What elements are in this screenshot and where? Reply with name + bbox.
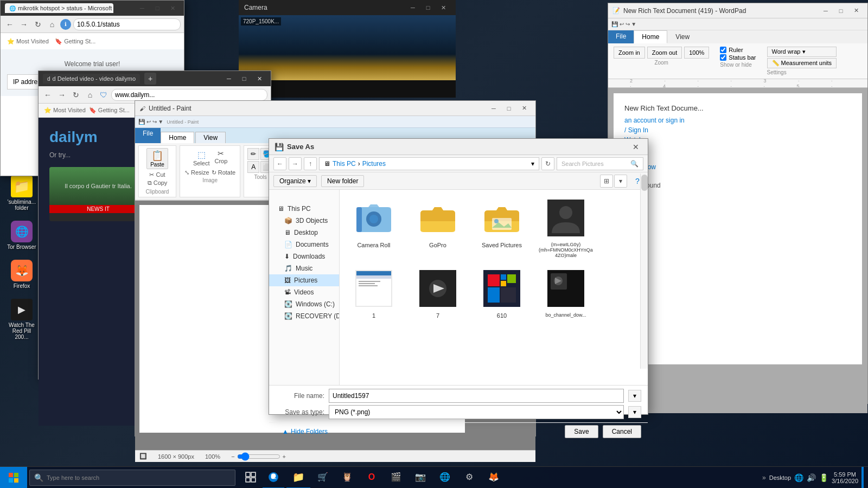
taskbar-app-tripadvisor[interactable]: 🦉 [335,467,359,489]
paint-maximize[interactable]: □ [502,103,516,114]
hide-folders-btn[interactable]: ▲ Hide Folders [276,426,334,438]
wordpad-ruler-check[interactable] [720,47,726,53]
browser2-minimize[interactable]: ─ [222,73,236,84]
taskbar-app-opera[interactable]: O [360,467,384,489]
rotate-btn[interactable]: ↻ Rotate [212,169,235,176]
file-item-saved-pictures[interactable]: Saved Pictures [472,194,532,260]
taskbar-clock[interactable]: 5:59 PM 3/16/2020 [832,471,858,484]
desktop-icon-firefox[interactable]: 🦊 Firefox [3,258,41,291]
savetype-dropdown[interactable]: ▾ [628,406,641,418]
cut-btn[interactable]: ✂ Cut [149,171,165,178]
wordpad-close[interactable]: ✕ [849,5,863,16]
browser1-maximize[interactable]: □ [150,3,164,14]
wordpad-zoom-in[interactable]: Zoom in [614,47,645,59]
taskbar-desktop-label[interactable]: Desktop [769,474,791,481]
browser1-url-input[interactable] [73,18,181,30]
wordpad-zoom-100[interactable]: 100% [684,47,709,59]
paint-tab-home[interactable]: Home [161,132,194,143]
browser2-url-input[interactable] [111,89,267,101]
sidebar-item-3d[interactable]: 📦 3D Objects [269,215,339,227]
browser2-refresh[interactable]: ↻ [70,89,82,101]
paint-close[interactable]: ✕ [517,103,531,114]
paint-tab-view[interactable]: View [195,132,226,143]
zoom-slider[interactable] [237,452,280,461]
new-folder-btn[interactable]: New folder [321,175,364,187]
organize-btn[interactable]: Organize ▾ [273,175,317,187]
file-item-profile[interactable]: (m=ewILG0y)(mh=FMNOM0cXHYnQa4ZO)male [536,194,596,260]
file-item-gopro[interactable]: GoPro [408,194,468,260]
paste-btn[interactable]: 📋 Paste [146,148,168,169]
wordpad-wordwrap-btn[interactable]: Word wrap ▾ [767,47,837,57]
show-more-btn[interactable]: » [762,474,766,481]
text-tool[interactable]: A [247,161,259,173]
wordpad-link-watch[interactable]: Watch [624,136,851,144]
paint-minimize[interactable]: ─ [487,103,501,114]
taskbar-app-vlc[interactable]: 🎬 [384,467,408,489]
filename-dropdown[interactable]: ▾ [628,390,641,402]
browser2-close[interactable]: ✕ [252,73,266,84]
browser1-close[interactable]: ✕ [165,3,180,14]
sidebar-item-desktop[interactable]: 🖥 Desktop [269,227,339,239]
file-item-screenshot-1[interactable]: 1 [344,265,404,321]
sidebar-item-windows-c[interactable]: 💽 Windows (C:) [269,298,339,310]
sidebar-item-recovery-d[interactable]: 💽 RECOVERY (D:) [269,310,339,322]
browser1-forward[interactable]: → [18,18,30,30]
file-item-channel[interactable]: bo_channel_dow... [536,265,596,321]
show-desktop-btn[interactable] [861,467,864,489]
filename-input[interactable] [329,389,624,403]
taskbar-app-explorer[interactable]: 📁 [286,467,310,489]
browser2-maximize[interactable]: □ [237,73,251,84]
file-item-camera-roll[interactable]: Camera Roll [344,194,404,260]
wordpad-tab-file[interactable]: File [608,30,634,43]
camera-maximize[interactable]: □ [421,2,435,13]
taskbar-app-firefox[interactable]: 🦊 [482,467,506,489]
file-item-610[interactable]: 610 [472,265,532,321]
select-btn[interactable]: ⬚ Select [192,148,212,168]
desktop-icon-watch[interactable]: ▶ Watch The Red Pill 200... [3,297,41,342]
sidebar-item-music[interactable]: 🎵 Music [269,262,339,274]
desktop-icon-sublimina[interactable]: 📁 'sublimina... folder [3,174,41,213]
wordpad-zoom-out[interactable]: Zoom out [647,47,682,59]
taskbar-search-box[interactable]: 🔍 Type here to search [29,470,235,486]
savetype-select[interactable]: PNG (*.png) JPEG (*.jpg) Bitmap (*.bmp) [329,405,624,419]
browser1-home[interactable]: ⌂ [46,18,58,30]
browser1-refresh[interactable]: ↻ [32,18,44,30]
wordpad-statusbar-check[interactable] [720,54,726,61]
desktop-icon-tor[interactable]: 🌐 Tor Browser [3,219,41,252]
cancel-button[interactable]: Cancel [603,425,641,438]
browser1-back[interactable]: ← [4,18,16,30]
wordpad-link-signin[interactable]: an account or sign in [624,117,851,124]
copy-btn[interactable]: ⧉ Copy [148,179,168,187]
path-pictures[interactable]: Pictures [362,160,386,168]
view-toggle-btn[interactable]: ⊞ [600,175,613,188]
taskbar-app-amazon[interactable]: 🛒 [311,467,335,489]
dialog-refresh-btn[interactable]: ↻ [541,157,554,170]
browser1-tab[interactable]: 🌐 mikrotik hotspot > status - Microsoft … [5,3,113,13]
wordpad-measurement-btn[interactable]: 📏 Measurement units [767,58,837,68]
wordpad-link-follow[interactable]: o to Follow [624,163,851,171]
pencil-tool[interactable]: ✏ [247,148,259,160]
taskbar-app-camera[interactable]: 📷 [409,467,432,489]
wordpad-link-signin2[interactable]: / Sign In [624,126,851,134]
camera-minimize[interactable]: ─ [406,2,420,13]
dialog-back-btn[interactable]: ← [273,157,286,170]
browser2-tab[interactable]: d d Deleted video - video dailymo [43,74,140,84]
resize-btn[interactable]: ⤡ Resize [184,169,209,176]
view-list-btn[interactable]: ▾ [614,175,627,188]
sidebar-item-downloads[interactable]: ⬇ Downloads [269,251,339,262]
wordpad-maximize[interactable]: □ [834,5,848,16]
paint-tab-file[interactable]: File [135,128,161,143]
file-item-7[interactable]: 7 [408,265,468,321]
dialog-forward-btn[interactable]: → [289,157,302,170]
path-this-pc[interactable]: This PC [333,160,356,168]
sidebar-item-documents[interactable]: 📄 Documents [269,239,339,251]
dialog-up-btn[interactable]: ↑ [304,157,317,170]
sidebar-item-pictures[interactable]: 🖼 Pictures [269,274,339,286]
dialog-scrollbar[interactable] [640,174,648,369]
wordpad-tab-view[interactable]: View [667,30,698,43]
taskbar-edge[interactable] [263,467,284,489]
start-button[interactable] [0,467,27,489]
taskbar-task-view[interactable] [240,467,261,489]
browser2-new-tab[interactable]: + [144,73,156,85]
crop-btn[interactable]: ✂ Crop [213,148,228,168]
